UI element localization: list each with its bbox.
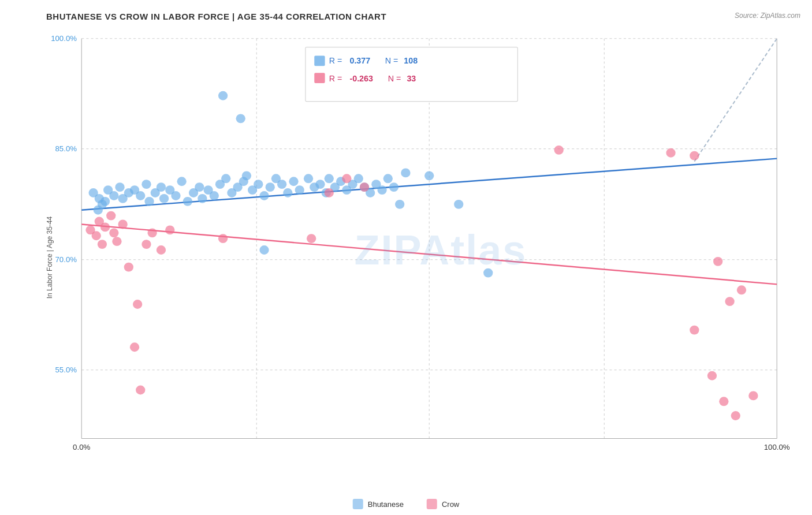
svg-point-50 (177, 177, 187, 186)
legend-container: Bhutanese Crow (353, 499, 460, 509)
legend-item-bhutanese: Bhutanese (353, 499, 404, 509)
svg-point-86 (383, 174, 393, 183)
svg-point-101 (106, 211, 116, 221)
svg-point-68 (277, 180, 286, 189)
svg-point-51 (183, 197, 192, 206)
svg-point-76 (325, 174, 334, 183)
svg-point-110 (157, 245, 166, 255)
chart-area: ZIPAtlas .grid-line { stroke: #cccccc; s… (46, 27, 800, 473)
svg-point-102 (109, 228, 118, 237)
svg-point-74 (315, 180, 325, 189)
svg-point-120 (690, 151, 699, 161)
svg-rect-26 (314, 73, 325, 83)
svg-point-70 (289, 177, 298, 186)
svg-point-118 (554, 145, 564, 155)
svg-point-64 (254, 180, 263, 189)
svg-point-106 (130, 342, 139, 352)
svg-point-47 (159, 194, 169, 203)
svg-point-56 (210, 191, 219, 200)
svg-point-114 (307, 234, 316, 243)
svg-text:N =: N = (385, 57, 398, 66)
svg-point-123 (737, 285, 746, 294)
svg-point-38 (115, 182, 124, 192)
svg-point-66 (266, 182, 275, 192)
chart-title: BHUTANESE VS CROW IN LABOR FORCE | AGE 3… (46, 12, 800, 21)
svg-point-107 (136, 386, 145, 395)
svg-text:55.0%: 55.0% (55, 365, 77, 374)
svg-point-87 (389, 182, 398, 192)
svg-point-122 (725, 297, 734, 306)
svg-point-62 (242, 171, 251, 180)
svg-point-81 (354, 174, 363, 183)
svg-point-53 (195, 182, 204, 192)
svg-point-72 (304, 174, 313, 183)
svg-text:85.0%: 85.0% (55, 144, 77, 153)
svg-point-115 (325, 188, 334, 197)
chart-container: BHUTANESE VS CROW IN LABOR FORCE | AGE 3… (0, 0, 812, 515)
svg-point-46 (157, 182, 166, 192)
svg-point-90 (236, 114, 245, 123)
svg-text:33: 33 (407, 74, 416, 83)
svg-point-97 (92, 231, 101, 240)
svg-text:R =: R = (329, 74, 342, 83)
svg-point-103 (112, 237, 121, 246)
svg-point-100 (100, 222, 110, 232)
svg-point-111 (165, 225, 174, 234)
svg-point-42 (136, 191, 145, 200)
svg-rect-21 (314, 55, 325, 66)
svg-point-125 (707, 371, 717, 380)
svg-line-19 (81, 224, 777, 284)
svg-text:100.0%: 100.0% (764, 443, 790, 452)
legend-box-crow (427, 499, 437, 509)
svg-point-88 (395, 200, 404, 209)
svg-point-92 (401, 168, 410, 177)
svg-point-116 (342, 174, 351, 183)
svg-text:0.377: 0.377 (349, 57, 370, 66)
scatter-plot: .grid-line { stroke: #cccccc; stroke-wid… (46, 27, 800, 473)
svg-point-121 (713, 257, 722, 266)
legend-box-bhutanese (353, 499, 363, 509)
svg-point-35 (103, 185, 113, 195)
svg-point-49 (171, 191, 180, 200)
svg-point-126 (719, 397, 728, 406)
svg-text:70.0%: 70.0% (55, 255, 77, 264)
svg-point-124 (690, 326, 699, 335)
svg-point-127 (731, 411, 740, 420)
svg-text:100.0%: 100.0% (51, 34, 77, 43)
legend-label-crow: Crow (442, 500, 459, 509)
svg-point-104 (118, 220, 127, 229)
svg-text:-0.263: -0.263 (349, 74, 373, 83)
svg-text:R =: R = (329, 57, 342, 66)
svg-point-95 (483, 268, 493, 278)
svg-point-58 (221, 174, 230, 183)
svg-point-119 (666, 148, 675, 158)
svg-point-117 (360, 182, 369, 192)
svg-point-71 (295, 185, 304, 195)
svg-line-18 (694, 39, 777, 162)
svg-point-85 (377, 185, 386, 195)
svg-text:0.0%: 0.0% (73, 443, 91, 452)
svg-point-112 (133, 300, 142, 309)
svg-point-105 (124, 263, 133, 272)
svg-point-91 (259, 245, 269, 255)
svg-point-108 (141, 240, 151, 249)
svg-point-69 (283, 188, 292, 197)
svg-text:N =: N = (388, 74, 401, 83)
svg-text:108: 108 (404, 57, 418, 66)
svg-point-99 (98, 240, 107, 249)
svg-point-89 (218, 91, 228, 100)
svg-point-65 (259, 191, 269, 200)
legend-item-crow: Crow (427, 499, 459, 509)
svg-point-94 (454, 200, 463, 209)
svg-point-109 (147, 228, 157, 237)
svg-point-93 (424, 171, 434, 180)
svg-point-113 (218, 234, 228, 243)
legend-label-bhutanese: Bhutanese (368, 500, 404, 509)
svg-point-54 (198, 194, 207, 203)
svg-point-37 (94, 206, 103, 215)
source-label: Source: ZipAtlas.com (735, 12, 800, 20)
svg-point-128 (748, 391, 758, 400)
svg-point-44 (144, 197, 154, 206)
svg-point-43 (141, 180, 151, 189)
